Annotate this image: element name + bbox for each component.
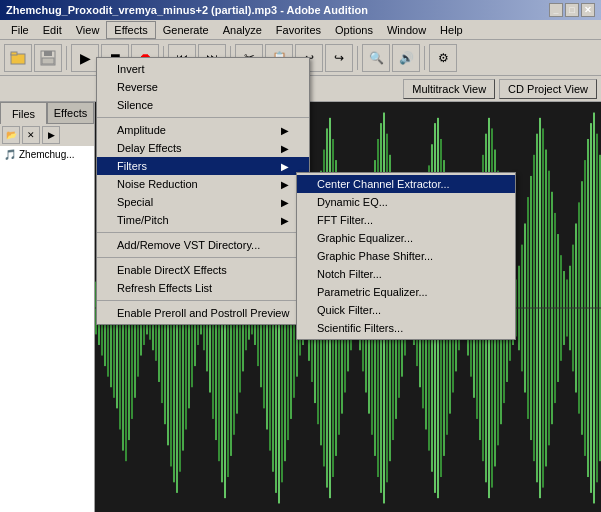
- sidebar-tabs: Files Effects: [0, 102, 94, 124]
- close-button[interactable]: ✕: [581, 3, 595, 17]
- open-icon: [9, 49, 27, 67]
- toolbar-sep-5: [424, 46, 425, 70]
- amplitude-arrow: ▶: [281, 125, 289, 136]
- menu-bar: File Edit View Effects Generate Analyze …: [0, 20, 601, 40]
- sidebar-btn-play[interactable]: ▶: [42, 126, 60, 144]
- tab-effects[interactable]: Effects: [47, 102, 94, 124]
- menu-help[interactable]: Help: [433, 22, 470, 38]
- save-icon: [39, 49, 57, 67]
- effects-menu-item-filters[interactable]: Filters ▶: [97, 157, 309, 175]
- delay-arrow: ▶: [281, 143, 289, 154]
- filter-parametric[interactable]: Parametric Equalizer...: [297, 283, 515, 301]
- filter-scientific[interactable]: Scientific Filters...: [297, 319, 515, 337]
- svg-rect-3: [44, 51, 52, 56]
- filter-quick[interactable]: Quick Filter...: [297, 301, 515, 319]
- directx-label: Enable DirectX Effects: [117, 264, 227, 276]
- special-arrow: ▶: [281, 197, 289, 208]
- reverse-label: Reverse: [117, 81, 158, 93]
- filter-center-channel[interactable]: Center Channel Extractor...: [297, 175, 515, 193]
- maximize-button[interactable]: □: [565, 3, 579, 17]
- silence-label: Silence: [117, 99, 153, 111]
- effects-menu-item-invert[interactable]: Invert: [97, 60, 309, 78]
- noise-label: Noise Reduction: [117, 178, 198, 190]
- filters-arrow: ▶: [281, 161, 289, 172]
- sidebar-file-item[interactable]: 🎵 Zhemchug...: [2, 148, 92, 161]
- filters-label: Filters: [117, 160, 147, 172]
- sidebar: Files Effects 📂 ✕ ▶ 🎵 Zhemchug...: [0, 102, 95, 512]
- dynamic-eq-label: Dynamic EQ...: [317, 196, 388, 208]
- toolbar-open[interactable]: [4, 44, 32, 72]
- toolbar-volume[interactable]: 🔊: [392, 44, 420, 72]
- preroll-label: Enable Preroll and Postroll Preview: [117, 307, 289, 319]
- toolbar-settings[interactable]: ⚙: [429, 44, 457, 72]
- parametric-label: Parametric Equalizer...: [317, 286, 428, 298]
- quick-label: Quick Filter...: [317, 304, 381, 316]
- toolbar-sep-1: [66, 46, 67, 70]
- filter-dynamic-eq[interactable]: Dynamic EQ...: [297, 193, 515, 211]
- sidebar-toolbar: 📂 ✕ ▶: [0, 124, 94, 146]
- menu-favorites[interactable]: Favorites: [269, 22, 328, 38]
- menu-edit[interactable]: Edit: [36, 22, 69, 38]
- addvst-label: Add/Remove VST Directory...: [117, 239, 260, 251]
- sep-1: [97, 117, 309, 118]
- effects-menu-item-addvst[interactable]: Add/Remove VST Directory...: [97, 236, 309, 254]
- effects-menu-item-silence[interactable]: Silence: [97, 96, 309, 114]
- refresh-label: Refresh Effects List: [117, 282, 212, 294]
- effects-menu-dropdown: Invert Reverse Silence Amplitude ▶ Delay…: [96, 57, 310, 325]
- filter-graphic-phase[interactable]: Graphic Phase Shifter...: [297, 247, 515, 265]
- effects-menu-item-special[interactable]: Special ▶: [97, 193, 309, 211]
- effects-menu-item-reverse[interactable]: Reverse: [97, 78, 309, 96]
- timepitch-arrow: ▶: [281, 215, 289, 226]
- toolbar-save[interactable]: [34, 44, 62, 72]
- tab-files[interactable]: Files: [0, 102, 47, 124]
- menu-view[interactable]: View: [69, 22, 107, 38]
- title-bar: Zhemchug_Proxodit_vremya_minus+2 (partia…: [0, 0, 601, 20]
- filter-graphic-eq[interactable]: Graphic Equalizer...: [297, 229, 515, 247]
- menu-file[interactable]: File: [4, 22, 36, 38]
- title-text: Zhemchug_Proxodit_vremya_minus+2 (partia…: [6, 4, 368, 16]
- special-label: Special: [117, 196, 153, 208]
- sidebar-file-list: 🎵 Zhemchug...: [0, 146, 94, 512]
- effects-menu-item-refresh[interactable]: Refresh Effects List: [97, 279, 309, 297]
- sidebar-btn-close[interactable]: ✕: [22, 126, 40, 144]
- notch-label: Notch Filter...: [317, 268, 382, 280]
- effects-menu-item-noise[interactable]: Noise Reduction ▶: [97, 175, 309, 193]
- effects-menu-item-delay[interactable]: Delay Effects ▶: [97, 139, 309, 157]
- toolbar-redo[interactable]: ↪: [325, 44, 353, 72]
- window-controls: _ □ ✕: [549, 3, 595, 17]
- file-name: Zhemchug...: [19, 149, 75, 160]
- multitrack-view-button[interactable]: Multitrack View: [403, 79, 495, 99]
- timepitch-label: Time/Pitch: [117, 214, 169, 226]
- filters-submenu: Center Channel Extractor... Dynamic EQ..…: [296, 172, 516, 340]
- menu-generate[interactable]: Generate: [156, 22, 216, 38]
- minimize-button[interactable]: _: [549, 3, 563, 17]
- scientific-label: Scientific Filters...: [317, 322, 403, 334]
- filter-fft[interactable]: FFT Filter...: [297, 211, 515, 229]
- sidebar-btn-open[interactable]: 📂: [2, 126, 20, 144]
- center-channel-label: Center Channel Extractor...: [317, 178, 450, 190]
- invert-label: Invert: [117, 63, 145, 75]
- delay-label: Delay Effects: [117, 142, 182, 154]
- fft-label: FFT Filter...: [317, 214, 373, 226]
- toolbar-sep-4: [357, 46, 358, 70]
- file-icon: 🎵: [4, 149, 16, 160]
- svg-rect-4: [42, 58, 54, 64]
- effects-menu-item-timepitch[interactable]: Time/Pitch ▶: [97, 211, 309, 229]
- sep-4: [97, 300, 309, 301]
- toolbar-zoom[interactable]: 🔍: [362, 44, 390, 72]
- cd-project-view-button[interactable]: CD Project View: [499, 79, 597, 99]
- menu-effects[interactable]: Effects: [106, 21, 155, 39]
- sep-3: [97, 257, 309, 258]
- noise-arrow: ▶: [281, 179, 289, 190]
- svg-rect-1: [11, 52, 17, 55]
- filter-notch[interactable]: Notch Filter...: [297, 265, 515, 283]
- effects-menu-item-preroll[interactable]: Enable Preroll and Postroll Preview: [97, 304, 309, 322]
- menu-window[interactable]: Window: [380, 22, 433, 38]
- menu-analyze[interactable]: Analyze: [216, 22, 269, 38]
- effects-menu-item-amplitude[interactable]: Amplitude ▶: [97, 121, 309, 139]
- graphic-phase-label: Graphic Phase Shifter...: [317, 250, 433, 262]
- effects-menu-item-directx[interactable]: Enable DirectX Effects: [97, 261, 309, 279]
- toolbar-play[interactable]: ▶: [71, 44, 99, 72]
- menu-options[interactable]: Options: [328, 22, 380, 38]
- sep-2: [97, 232, 309, 233]
